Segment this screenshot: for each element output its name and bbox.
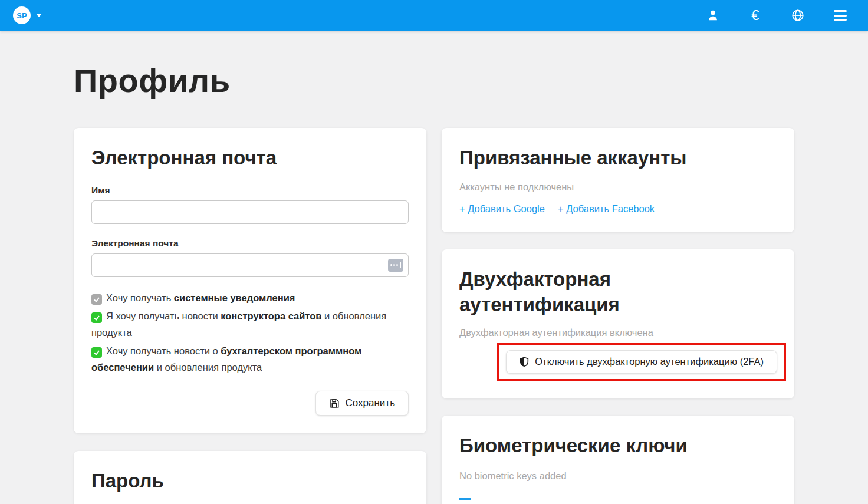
checkbox-row-system-notifications: Хочу получать системные уведомления bbox=[91, 290, 409, 307]
name-label: Имя bbox=[91, 185, 409, 196]
email-input[interactable] bbox=[91, 253, 409, 277]
checkbox-row-builder-news: Я хочу получать новости конструктора сай… bbox=[91, 308, 409, 341]
globe-icon[interactable] bbox=[790, 8, 805, 23]
top-navbar: SP € bbox=[0, 0, 868, 31]
email-label: Электронная почта bbox=[91, 238, 409, 249]
add-google-link[interactable]: + Добавить Google bbox=[459, 203, 545, 215]
linked-accounts-card: Привязанные аккаунты Аккаунты не подключ… bbox=[442, 128, 794, 232]
highlight-annotation: Отключить двухфакторную аутентификацию (… bbox=[497, 343, 786, 381]
linked-accounts-title: Привязанные аккаунты bbox=[459, 146, 777, 171]
euro-icon[interactable]: € bbox=[748, 8, 763, 23]
biometric-keys-title: Биометрические ключи bbox=[459, 433, 777, 459]
twofa-title: Двухфакторная аутентификация bbox=[459, 267, 754, 318]
linked-accounts-status: Аккаунты не подключены bbox=[459, 182, 777, 193]
password-card: Пароль bbox=[74, 451, 426, 504]
checkbox-row-accounting-news: Хочу получать новости о бухгалтерском пр… bbox=[91, 343, 409, 375]
page-title: Профиль bbox=[74, 61, 794, 100]
notification-checkboxes: Хочу получать системные уведомления Я хо… bbox=[91, 290, 409, 376]
menu-icon[interactable] bbox=[833, 8, 848, 23]
email-card: Электронная почта Имя Электронная почта … bbox=[74, 128, 426, 433]
add-facebook-link[interactable]: + Добавить Facebook bbox=[558, 203, 655, 215]
disable-2fa-button-label: Отключить двухфакторную аутентификацию (… bbox=[535, 356, 764, 367]
floppy-disk-icon bbox=[329, 398, 340, 409]
checkbox-checked-green[interactable] bbox=[91, 312, 102, 323]
save-button[interactable]: Сохранить bbox=[315, 391, 409, 416]
biometric-keys-card: Биометрические ключи No biometric keys a… bbox=[442, 416, 794, 504]
biometric-keys-status: No biometric keys added bbox=[459, 470, 777, 482]
avatar[interactable]: SP bbox=[13, 6, 31, 24]
save-button-label: Сохранить bbox=[346, 397, 395, 409]
disable-2fa-button[interactable]: Отключить двухфакторную аутентификацию (… bbox=[506, 350, 777, 374]
checkbox-checked-gray[interactable] bbox=[91, 294, 102, 305]
autofill-icon[interactable] bbox=[388, 259, 403, 272]
twofa-status: Двухфакторная аутентификация включена bbox=[459, 327, 777, 338]
email-card-title: Электронная почта bbox=[91, 146, 409, 171]
shield-icon bbox=[520, 357, 529, 367]
header-icons: € bbox=[705, 8, 855, 23]
twofa-card: Двухфакторная аутентификация Двухфакторн… bbox=[442, 249, 794, 398]
account-menu[interactable]: SP bbox=[13, 6, 42, 24]
password-card-title: Пароль bbox=[91, 469, 409, 494]
chevron-down-icon bbox=[36, 14, 42, 17]
user-icon[interactable] bbox=[705, 8, 721, 23]
name-input[interactable] bbox=[91, 200, 409, 224]
checkbox-checked-green[interactable] bbox=[91, 347, 102, 358]
profile-page: Профиль Электронная почта Имя Электронна… bbox=[74, 31, 794, 504]
add-biometric-link-partial[interactable] bbox=[459, 498, 471, 500]
